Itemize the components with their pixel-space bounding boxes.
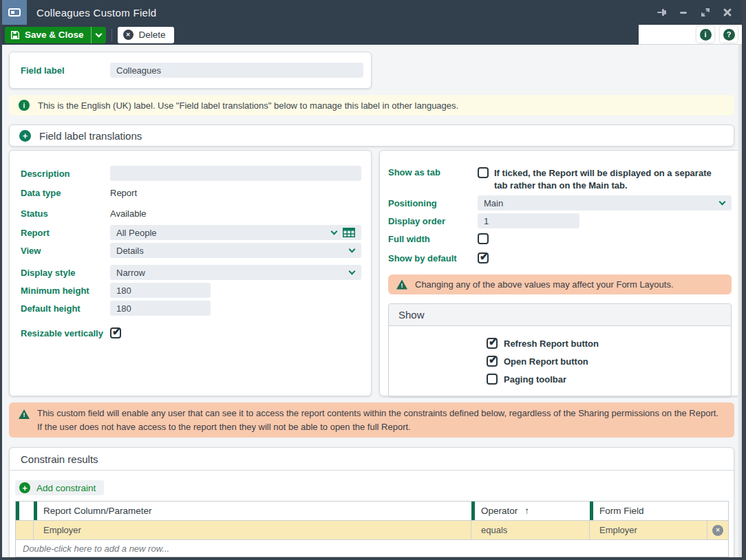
column-header-form-field[interactable]: Form Field — [590, 502, 728, 520]
minimum-height-input[interactable] — [110, 283, 211, 298]
chevron-down-icon — [331, 228, 338, 235]
field-label-label: Field label — [21, 65, 110, 76]
display-order-input[interactable] — [478, 213, 579, 228]
chevron-down-icon — [719, 199, 726, 206]
window-title: Colleagues Custom Field — [36, 7, 156, 19]
remove-constraint-icon[interactable]: ✕ — [712, 525, 723, 536]
column-header-operator[interactable]: Operator↑ — [471, 502, 590, 520]
save-close-button[interactable]: Save & Close — [5, 27, 91, 43]
expand-plus-icon[interactable]: + — [19, 130, 31, 142]
show-as-tab-checkbox[interactable] — [478, 167, 489, 178]
sort-asc-icon: ↑ — [524, 506, 529, 516]
show-options-group: Show Refresh Report button Open Report b… — [388, 303, 732, 398]
delete-icon: ✕ — [123, 30, 134, 40]
report-select[interactable]: All People — [110, 225, 361, 240]
constraints-table-header: Report Column/Parameter Operator↑ Form F… — [16, 502, 728, 520]
field-label-card: Field label — [9, 52, 372, 89]
add-constraint-button[interactable]: + Add constraint — [15, 480, 104, 495]
field-label-translations-expander[interactable]: + Field label translations — [9, 125, 734, 147]
display-style-label: Display style — [21, 268, 110, 278]
default-height-label: Default height — [21, 303, 110, 314]
pin-icon[interactable] — [655, 6, 668, 19]
positioning-label: Positioning — [388, 198, 478, 208]
field-settings-panel: Description Data type Report Status Avai… — [9, 150, 372, 396]
save-options-dropdown[interactable] — [91, 27, 106, 43]
paging-toolbar-checkbox[interactable] — [487, 374, 498, 385]
language-info-banner: i This is the English (UK) label. Use "F… — [9, 95, 734, 116]
cell-delete: ✕ — [707, 521, 728, 539]
table-row: Employer equals Employer ✕ — [16, 520, 728, 539]
resizable-vertically-label: Resizable vertically — [21, 328, 110, 338]
add-row-hint[interactable]: Double-click here to add a new row... — [16, 539, 728, 557]
data-type-label: Data type — [21, 188, 110, 198]
show-by-default-label: Show by default — [388, 253, 478, 263]
paging-toolbar-option: Paging toolbar — [487, 374, 731, 385]
show-by-default-checkbox[interactable] — [478, 252, 489, 263]
info-icon: i — [19, 100, 30, 111]
minimize-icon[interactable] — [677, 6, 690, 19]
description-input[interactable] — [110, 166, 361, 181]
info-button[interactable]: i — [696, 26, 714, 43]
warning-icon — [19, 409, 30, 419]
refresh-report-option: Refresh Report button — [487, 338, 731, 349]
refresh-report-checkbox[interactable] — [487, 338, 498, 349]
report-label: Report — [21, 228, 110, 238]
description-label: Description — [21, 169, 110, 179]
constrain-results-title: Constrain results — [10, 448, 734, 471]
toolbar-divider — [111, 29, 112, 41]
report-picker-grid-icon[interactable] — [343, 228, 355, 237]
cell-form-field[interactable]: Employer — [590, 521, 707, 539]
full-width-checkbox[interactable] — [478, 233, 489, 244]
column-header-report-column[interactable]: Report Column/Parameter — [34, 502, 471, 520]
chevron-down-icon — [349, 268, 356, 275]
help-icon: ? — [723, 29, 735, 41]
row-handle-header — [16, 502, 34, 520]
display-order-label: Display order — [388, 216, 478, 226]
display-style-select[interactable]: Narrow — [110, 265, 361, 280]
toolbar-right: i ? — [639, 25, 742, 45]
window-controls — [655, 0, 734, 25]
view-select[interactable]: Details — [110, 243, 361, 258]
language-info-text: This is the English (UK) label. Use "Fie… — [38, 100, 458, 111]
status-value: Available — [110, 208, 147, 219]
custom-field-dialog: Colleagues Custom Field Save & Close ✕ — [0, 0, 746, 560]
info-icon: i — [700, 29, 712, 41]
sharing-warning-banner: This custom field will enable any user t… — [9, 402, 734, 438]
constraints-table: Report Column/Parameter Operator↑ Form F… — [15, 501, 729, 557]
layout-warning-text: Changing any of the above values may aff… — [415, 279, 674, 290]
cell-report-column[interactable]: Employer — [34, 521, 471, 539]
constrain-results-section: Constrain results + Add constraint Repor… — [9, 447, 734, 560]
minimum-height-label: Minimum height — [21, 286, 110, 296]
view-label: View — [21, 246, 110, 256]
toolbar: Save & Close ✕ Delete i ? — [2, 25, 742, 45]
titlebar: Colleagues Custom Field — [2, 0, 742, 25]
positioning-select[interactable]: Main — [478, 195, 732, 211]
add-icon: + — [19, 482, 30, 493]
dialog-content: Field label i This is the English (UK) l… — [2, 45, 742, 557]
delete-button[interactable]: ✕ Delete — [118, 27, 174, 43]
resizable-vertically-checkbox[interactable] — [110, 327, 121, 338]
sharing-warning-text: This custom field will enable any user t… — [37, 407, 725, 433]
close-icon[interactable] — [721, 6, 734, 19]
open-report-checkbox[interactable] — [487, 356, 498, 367]
field-label-input[interactable] — [110, 63, 363, 78]
save-icon — [10, 30, 20, 40]
chevron-down-icon — [349, 246, 356, 253]
show-group-title: Show — [389, 304, 731, 326]
show-as-tab-help: If ticked, the Report will be displayed … — [494, 167, 725, 191]
status-label: Status — [21, 208, 110, 219]
help-button[interactable]: ? — [720, 26, 738, 43]
data-type-value: Report — [110, 188, 137, 198]
translations-label: Field label translations — [39, 130, 142, 142]
layout-warning-banner: Changing any of the above values may aff… — [388, 274, 732, 294]
default-height-input[interactable] — [110, 301, 211, 316]
row-handle[interactable] — [16, 521, 34, 539]
display-settings-panel: Show as tab If ticked, the Report will b… — [379, 150, 740, 396]
chevron-down-icon — [95, 30, 102, 37]
show-as-tab-label: Show as tab — [388, 167, 478, 177]
full-width-label: Full width — [388, 234, 478, 244]
maximize-icon[interactable] — [699, 6, 712, 19]
cell-operator[interactable]: equals — [471, 521, 590, 539]
window-edge — [738, 45, 742, 557]
warning-icon — [396, 280, 407, 290]
